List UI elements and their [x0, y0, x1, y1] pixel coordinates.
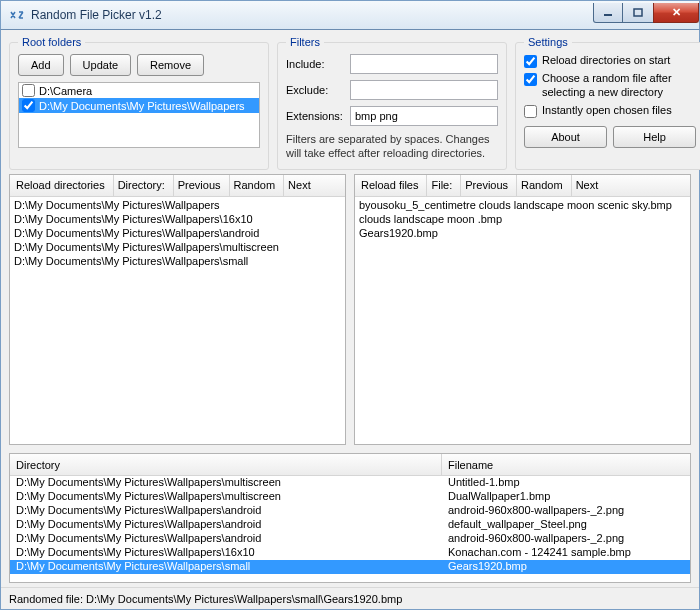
- column-directory[interactable]: Directory: [10, 454, 442, 475]
- minimize-button[interactable]: [593, 3, 623, 23]
- file-previous-button[interactable]: Previous: [461, 175, 517, 196]
- cell-filename: DualWallpaper1.bmp: [442, 490, 690, 504]
- directory-item[interactable]: D:\My Documents\My Pictures\Wallpapers: [14, 199, 341, 213]
- root-folders-group: Root folders Add Update Remove D:\Camera…: [9, 36, 269, 170]
- cell-directory: D:\My Documents\My Pictures\Wallpapers\m…: [10, 476, 442, 490]
- extensions-label: Extensions:: [286, 110, 350, 122]
- instant-open-checkbox[interactable]: [524, 105, 537, 118]
- update-button[interactable]: Update: [70, 54, 131, 76]
- include-label: Include:: [286, 58, 350, 70]
- exclude-label: Exclude:: [286, 84, 350, 96]
- root-folder-checkbox[interactable]: [22, 99, 35, 112]
- table-row[interactable]: D:\My Documents\My Pictures\Wallpapers\m…: [10, 490, 690, 504]
- remove-button[interactable]: Remove: [137, 54, 204, 76]
- svg-rect-0: [604, 14, 612, 16]
- cell-filename: android-960x800-wallpapers-_2.png: [442, 532, 690, 546]
- directory-label: Directory:: [114, 175, 174, 196]
- cell-filename: Untitled-1.bmp: [442, 476, 690, 490]
- results-table: Directory Filename D:\My Documents\My Pi…: [9, 453, 691, 583]
- cell-filename: Konachan.com - 124241 sample.bmp: [442, 546, 690, 560]
- cell-filename: android-960x800-wallpapers-_2.png: [442, 504, 690, 518]
- reload-directories-button[interactable]: Reload directories: [14, 175, 114, 196]
- directory-item[interactable]: D:\My Documents\My Pictures\Wallpapers\a…: [14, 227, 341, 241]
- title-bar: Random File Picker v1.2 ✕: [0, 0, 700, 30]
- table-row[interactable]: D:\My Documents\My Pictures\Wallpapers\m…: [10, 476, 690, 490]
- cell-directory: D:\My Documents\My Pictures\Wallpapers\m…: [10, 490, 442, 504]
- random-on-select-option[interactable]: Choose a random file after selecting a n…: [524, 72, 696, 100]
- file-item[interactable]: byousoku_5_centimetre clouds landscape m…: [359, 199, 686, 213]
- directory-item[interactable]: D:\My Documents\My Pictures\Wallpapers\1…: [14, 213, 341, 227]
- directory-item[interactable]: D:\My Documents\My Pictures\Wallpapers\m…: [14, 241, 341, 255]
- maximize-button[interactable]: [623, 3, 653, 23]
- directories-list[interactable]: D:\My Documents\My Pictures\WallpapersD:…: [10, 197, 345, 444]
- status-text: Randomed file: D:\My Documents\My Pictur…: [9, 593, 402, 605]
- exclude-input[interactable]: [350, 80, 498, 100]
- files-toolbar: Reload files File: Previous Random Next: [355, 175, 690, 197]
- reload-on-start-option[interactable]: Reload directories on start: [524, 54, 696, 68]
- file-label: File:: [427, 175, 461, 196]
- file-item[interactable]: Gears1920.bmp: [359, 227, 686, 241]
- filters-group: Filters Include: Exclude: Extensions: Fi…: [277, 36, 507, 170]
- status-bar: Randomed file: D:\My Documents\My Pictur…: [1, 587, 699, 609]
- cell-filename: default_wallpaper_Steel.png: [442, 518, 690, 532]
- table-row[interactable]: D:\My Documents\My Pictures\Wallpapers\a…: [10, 532, 690, 546]
- about-button[interactable]: About: [524, 126, 607, 148]
- root-folder-label: D:\My Documents\My Pictures\Wallpapers: [39, 100, 245, 112]
- cell-directory: D:\My Documents\My Pictures\Wallpapers\1…: [10, 546, 442, 560]
- dir-previous-button[interactable]: Previous: [174, 175, 230, 196]
- column-filename[interactable]: Filename: [442, 454, 690, 475]
- directories-panel: Reload directories Directory: Previous R…: [9, 174, 346, 445]
- close-button[interactable]: ✕: [653, 3, 699, 23]
- reload-files-button[interactable]: Reload files: [359, 175, 427, 196]
- root-folders-legend: Root folders: [18, 36, 85, 48]
- directories-toolbar: Reload directories Directory: Previous R…: [10, 175, 345, 197]
- settings-legend: Settings: [524, 36, 572, 48]
- root-folder-item[interactable]: D:\Camera: [19, 83, 259, 98]
- filters-legend: Filters: [286, 36, 324, 48]
- cell-filename: Gears1920.bmp: [442, 560, 690, 574]
- file-random-button[interactable]: Random: [517, 175, 572, 196]
- cell-directory: D:\My Documents\My Pictures\Wallpapers\a…: [10, 518, 442, 532]
- table-row[interactable]: D:\My Documents\My Pictures\Wallpapers\1…: [10, 546, 690, 560]
- extensions-input[interactable]: [350, 106, 498, 126]
- reload-on-start-checkbox[interactable]: [524, 55, 537, 68]
- file-item[interactable]: clouds landscape moon .bmp: [359, 213, 686, 227]
- svg-rect-1: [634, 9, 642, 16]
- help-button[interactable]: Help: [613, 126, 696, 148]
- results-body[interactable]: D:\My Documents\My Pictures\Wallpapers\m…: [10, 476, 690, 582]
- instant-open-option[interactable]: Instantly open chosen files: [524, 104, 696, 118]
- files-panel: Reload files File: Previous Random Next …: [354, 174, 691, 445]
- root-folders-list[interactable]: D:\Camera D:\My Documents\My Pictures\Wa…: [18, 82, 260, 148]
- window-title: Random File Picker v1.2: [31, 8, 162, 22]
- app-icon: [9, 7, 25, 23]
- directory-item[interactable]: D:\My Documents\My Pictures\Wallpapers\s…: [14, 255, 341, 269]
- dir-random-button[interactable]: Random: [230, 175, 285, 196]
- add-button[interactable]: Add: [18, 54, 64, 76]
- table-row[interactable]: D:\My Documents\My Pictures\Wallpapers\s…: [10, 560, 690, 574]
- files-list[interactable]: byousoku_5_centimetre clouds landscape m…: [355, 197, 690, 444]
- random-on-select-checkbox[interactable]: [524, 73, 537, 86]
- dir-next-button[interactable]: Next: [284, 175, 319, 196]
- file-next-button[interactable]: Next: [572, 175, 607, 196]
- root-folder-item[interactable]: D:\My Documents\My Pictures\Wallpapers: [19, 98, 259, 113]
- root-folder-checkbox[interactable]: [22, 84, 35, 97]
- settings-group: Settings Reload directories on start Cho…: [515, 36, 700, 170]
- cell-directory: D:\My Documents\My Pictures\Wallpapers\s…: [10, 560, 442, 574]
- table-row[interactable]: D:\My Documents\My Pictures\Wallpapers\a…: [10, 518, 690, 532]
- filters-note: Filters are separated by spaces. Changes…: [286, 132, 498, 161]
- table-row[interactable]: D:\My Documents\My Pictures\Wallpapers\a…: [10, 504, 690, 518]
- cell-directory: D:\My Documents\My Pictures\Wallpapers\a…: [10, 532, 442, 546]
- cell-directory: D:\My Documents\My Pictures\Wallpapers\a…: [10, 504, 442, 518]
- include-input[interactable]: [350, 54, 498, 74]
- root-folder-label: D:\Camera: [39, 85, 92, 97]
